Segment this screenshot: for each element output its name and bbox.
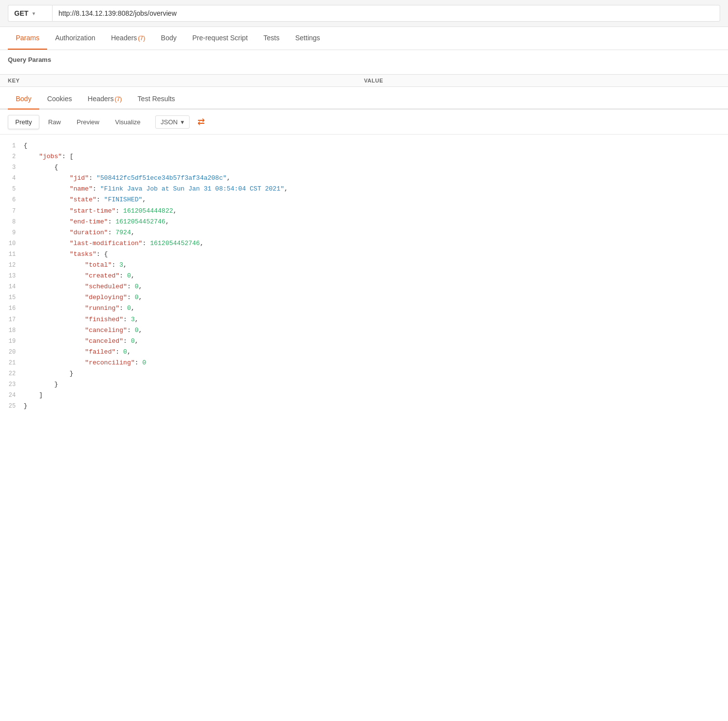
line-content: "canceled": 0, bbox=[24, 336, 139, 347]
json-key: "created" bbox=[85, 272, 119, 279]
line-number: 15 bbox=[0, 293, 24, 303]
code-line: 7 "start-time": 1612054444822, bbox=[0, 206, 728, 217]
code-line: 9 "duration": 7924, bbox=[0, 227, 728, 238]
json-key: "name" bbox=[70, 185, 93, 193]
response-tab-headers[interactable]: Headers(7) bbox=[80, 89, 130, 110]
method-select[interactable]: GET ▾ bbox=[8, 5, 52, 22]
json-number: 0 bbox=[142, 359, 146, 366]
line-number: 18 bbox=[0, 326, 24, 335]
line-content: "failed": 0, bbox=[24, 347, 131, 358]
json-number: 0 bbox=[135, 327, 139, 334]
format-bar: PrettyRawPreviewVisualize JSON ▾ ⇄ bbox=[0, 110, 728, 135]
json-string: "FINISHED" bbox=[104, 196, 142, 203]
line-content: "running": 0, bbox=[24, 303, 135, 314]
request-tab-settings[interactable]: Settings bbox=[287, 27, 328, 50]
json-key: "tasks" bbox=[70, 250, 97, 258]
json-number: 1612054452746 bbox=[115, 218, 165, 225]
response-tab-cookies[interactable]: Cookies bbox=[39, 89, 80, 110]
tab-badge: (7) bbox=[114, 96, 122, 103]
response-tabs: BodyCookiesHeaders(7)Test Results bbox=[0, 89, 728, 110]
line-content: "scheduled": 0, bbox=[24, 281, 142, 292]
json-number: 3 bbox=[119, 261, 123, 269]
json-number: 1612054444822 bbox=[123, 207, 173, 215]
line-content: "name": "Flink Java Job at Sun Jan 31 08… bbox=[24, 184, 288, 194]
json-key: "duration" bbox=[70, 229, 108, 236]
json-key: "jid" bbox=[70, 174, 89, 182]
method-chevron: ▾ bbox=[32, 11, 35, 16]
json-string: "Flink Java Job at Sun Jan 31 08:54:04 C… bbox=[100, 185, 284, 193]
line-number: 14 bbox=[0, 282, 24, 292]
line-number: 5 bbox=[0, 184, 24, 194]
line-content: "jid": "508412fc5df51ece34b57f3af34a208c… bbox=[24, 173, 230, 184]
line-content: } bbox=[24, 368, 73, 379]
format-btn-preview[interactable]: Preview bbox=[70, 115, 106, 129]
response-tab-body[interactable]: Body bbox=[8, 89, 39, 110]
code-line: 16 "running": 0, bbox=[0, 303, 728, 314]
json-number: 0 bbox=[135, 294, 139, 301]
wrap-icon: ⇄ bbox=[197, 116, 205, 127]
kv-headers: KEY VALUE bbox=[0, 75, 728, 87]
format-btn-raw[interactable]: Raw bbox=[41, 115, 68, 129]
json-key: "state" bbox=[70, 196, 97, 203]
line-content: "end-time": 1612054452746, bbox=[24, 217, 169, 227]
line-content: ] bbox=[24, 390, 43, 401]
wrap-button[interactable]: ⇄ bbox=[196, 114, 207, 129]
line-number: 19 bbox=[0, 336, 24, 346]
code-line: 3 { bbox=[0, 162, 728, 173]
line-number: 24 bbox=[0, 390, 24, 400]
code-line: 12 "total": 3, bbox=[0, 260, 728, 271]
code-line: 18 "canceling": 0, bbox=[0, 325, 728, 336]
json-type-label: JSON bbox=[161, 118, 178, 126]
request-tab-params[interactable]: Params bbox=[8, 27, 47, 50]
line-number: 10 bbox=[0, 239, 24, 249]
code-line: 19 "canceled": 0, bbox=[0, 336, 728, 347]
code-line: 24 ] bbox=[0, 390, 728, 401]
format-btn-visualize[interactable]: Visualize bbox=[108, 115, 147, 129]
line-number: 21 bbox=[0, 358, 24, 368]
request-tabs: ParamsAuthorizationHeaders(7)BodyPre-req… bbox=[0, 27, 728, 50]
code-line: 8 "end-time": 1612054452746, bbox=[0, 217, 728, 227]
line-number: 3 bbox=[0, 163, 24, 172]
line-number: 7 bbox=[0, 206, 24, 216]
json-number: 1612054452746 bbox=[150, 240, 199, 247]
response-tab-test_results[interactable]: Test Results bbox=[130, 89, 183, 110]
request-tab-authorization[interactable]: Authorization bbox=[47, 27, 103, 50]
line-number: 6 bbox=[0, 195, 24, 205]
line-content: "duration": 7924, bbox=[24, 227, 135, 238]
json-number: 0 bbox=[123, 348, 127, 356]
query-params-section: Query Params bbox=[0, 50, 728, 75]
line-content: "jobs": [ bbox=[24, 151, 73, 162]
json-type-select[interactable]: JSON ▾ bbox=[155, 115, 190, 129]
line-content: "start-time": 1612054444822, bbox=[24, 206, 177, 217]
line-number: 13 bbox=[0, 271, 24, 281]
code-line: 10 "last-modification": 1612054452746, bbox=[0, 238, 728, 249]
code-line: 11 "tasks": { bbox=[0, 249, 728, 260]
request-tab-body[interactable]: Body bbox=[153, 27, 185, 50]
line-number: 16 bbox=[0, 304, 24, 313]
line-number: 17 bbox=[0, 315, 24, 325]
line-content: "total": 3, bbox=[24, 260, 127, 271]
url-bar: GET ▾ bbox=[0, 0, 728, 27]
code-area: 1{2 "jobs": [3 {4 "jid": "508412fc5df51e… bbox=[0, 135, 728, 417]
url-input[interactable] bbox=[52, 5, 720, 22]
line-number: 8 bbox=[0, 217, 24, 227]
code-line: 23 } bbox=[0, 379, 728, 390]
request-tab-headers[interactable]: Headers(7) bbox=[103, 27, 153, 50]
json-number: 0 bbox=[127, 305, 131, 312]
json-number: 0 bbox=[135, 283, 139, 290]
format-btn-pretty[interactable]: Pretty bbox=[8, 115, 39, 129]
line-number: 25 bbox=[0, 401, 24, 411]
request-tab-tests[interactable]: Tests bbox=[255, 27, 287, 50]
line-content: "created": 0, bbox=[24, 271, 135, 281]
line-number: 1 bbox=[0, 141, 24, 151]
request-tab-prerequest[interactable]: Pre-request Script bbox=[184, 27, 255, 50]
code-line: 13 "created": 0, bbox=[0, 271, 728, 281]
line-number: 2 bbox=[0, 152, 24, 162]
line-number: 23 bbox=[0, 380, 24, 389]
line-content: { bbox=[24, 162, 58, 173]
line-content: } bbox=[24, 379, 58, 390]
value-header: VALUE bbox=[364, 78, 720, 83]
line-content: "tasks": { bbox=[24, 249, 108, 260]
code-line: 22 } bbox=[0, 368, 728, 379]
key-header: KEY bbox=[8, 78, 364, 83]
